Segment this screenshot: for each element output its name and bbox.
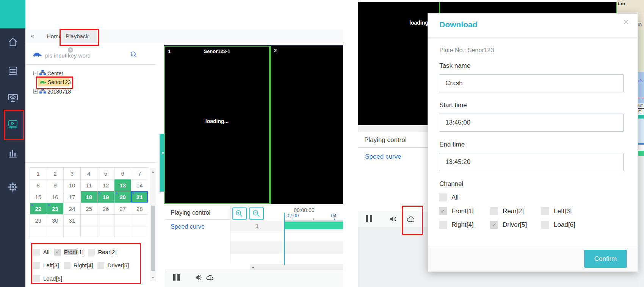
timeline-playhead[interactable] bbox=[284, 213, 285, 265]
checkbox[interactable] bbox=[97, 262, 104, 269]
calendar-day[interactable]: 22 bbox=[30, 203, 47, 215]
calendar-day[interactable]: 23 bbox=[47, 203, 64, 215]
close-icon[interactable]: ✕ bbox=[623, 17, 629, 27]
timeline-track[interactable] bbox=[284, 253, 343, 263]
calendar-day[interactable]: 8 bbox=[30, 179, 47, 191]
dialog-channel-checkbox-all[interactable]: All bbox=[439, 193, 490, 201]
checkbox[interactable]: ✓ bbox=[490, 221, 498, 229]
tab-playing-control[interactable]: Playing control bbox=[165, 206, 230, 220]
timeline-row[interactable]: 1 bbox=[230, 221, 343, 231]
tree-expander[interactable]: + bbox=[33, 89, 38, 94]
calendar-day[interactable]: 1 bbox=[30, 168, 47, 179]
scroll-down-icon[interactable]: ▼ bbox=[150, 276, 156, 279]
checkbox[interactable] bbox=[64, 262, 71, 269]
channel-checkbox-driver[interactable]: Driver[5] bbox=[97, 262, 129, 269]
timeline-row[interactable] bbox=[230, 231, 343, 242]
sidebar-item-live-view[interactable] bbox=[6, 91, 20, 105]
calendar-day[interactable]: 24 bbox=[64, 203, 81, 215]
video-panel-2[interactable]: 2 bbox=[270, 46, 343, 204]
sidebar-item-list[interactable] bbox=[6, 64, 20, 78]
calendar-day[interactable]: 4 bbox=[81, 168, 98, 179]
checkbox[interactable] bbox=[33, 275, 40, 282]
calendar-day[interactable]: 13 bbox=[114, 179, 132, 191]
calendar-day[interactable]: 6 bbox=[114, 168, 132, 179]
calendar-day[interactable]: 29 bbox=[30, 215, 47, 226]
tree-node-center[interactable]: Center bbox=[47, 70, 63, 76]
channel-checkbox-left[interactable]: Left[3] bbox=[33, 262, 59, 269]
checkbox[interactable] bbox=[33, 249, 40, 256]
calendar-day[interactable]: 26 bbox=[97, 203, 114, 215]
checkbox[interactable] bbox=[88, 249, 95, 256]
calendar-day[interactable]: 30 bbox=[47, 215, 64, 226]
calendar-day[interactable]: 17 bbox=[64, 191, 81, 203]
speed-curve-link[interactable]: Speed curve bbox=[365, 153, 401, 161]
checkbox[interactable] bbox=[439, 193, 447, 201]
channel-checkbox-rear[interactable]: Rear[2] bbox=[88, 249, 116, 256]
scrollbar-thumb[interactable] bbox=[151, 206, 155, 271]
scroll-up-icon[interactable]: ▲ bbox=[150, 170, 156, 173]
channel-checkbox-load[interactable]: Load[6] bbox=[33, 275, 62, 282]
checkbox[interactable] bbox=[490, 207, 498, 215]
tree-node-senor123-label[interactable]: Senor123 bbox=[48, 79, 71, 85]
checkbox[interactable] bbox=[541, 221, 549, 229]
checkbox[interactable]: ✓ bbox=[439, 207, 447, 215]
calendar-day[interactable]: 5 bbox=[97, 168, 114, 179]
timeline-zoom-in-button[interactable] bbox=[232, 207, 247, 220]
confirm-button[interactable]: Confirm bbox=[584, 250, 627, 268]
start-time-field[interactable] bbox=[439, 114, 624, 132]
timeline-zoom-out-button[interactable] bbox=[249, 207, 264, 220]
tree-node-20180718[interactable]: 20180718 bbox=[47, 89, 71, 95]
sidebar-item-stats[interactable] bbox=[6, 146, 20, 160]
pause-button[interactable] bbox=[366, 215, 372, 222]
calendar-day[interactable]: 16 bbox=[47, 191, 64, 203]
download-button[interactable] bbox=[206, 274, 215, 283]
calendar-day[interactable]: 25 bbox=[81, 203, 98, 215]
video-panel-1[interactable]: 1 Senor123-1 loading... bbox=[164, 46, 270, 204]
panel-scrollbar[interactable]: ▲ ▼ bbox=[150, 168, 156, 281]
download-button[interactable] bbox=[406, 215, 416, 225]
search-icon[interactable] bbox=[130, 51, 137, 58]
checkbox[interactable]: ✓ bbox=[54, 249, 61, 256]
speed-curve-link[interactable]: Speed curve bbox=[171, 223, 205, 230]
tab-playback[interactable]: Playback✕ bbox=[61, 30, 97, 43]
volume-button[interactable] bbox=[389, 215, 397, 225]
calendar-day[interactable]: 15 bbox=[30, 191, 47, 203]
checkbox[interactable] bbox=[439, 221, 447, 229]
timeline-track[interactable] bbox=[284, 231, 343, 242]
timeline-hscrollbar[interactable]: ◄ bbox=[250, 264, 343, 270]
calendar-day[interactable]: 10 bbox=[64, 179, 81, 191]
calendar-day[interactable]: 3 bbox=[64, 168, 81, 179]
calendar-day[interactable]: 9 bbox=[47, 179, 64, 191]
collapse-tabs-icon[interactable]: « bbox=[31, 32, 34, 40]
calendar-day[interactable]: 2 bbox=[47, 168, 64, 179]
calendar-day[interactable]: 21 bbox=[131, 191, 148, 203]
timeline-track[interactable] bbox=[284, 221, 343, 231]
scroll-left-icon[interactable]: ◄ bbox=[251, 265, 255, 269]
dialog-channel-checkbox-driver5[interactable]: ✓Driver[5] bbox=[490, 221, 541, 229]
dialog-channel-checkbox-rear2[interactable]: Rear[2] bbox=[490, 207, 541, 215]
dialog-channel-checkbox-front1[interactable]: ✓Front[1] bbox=[439, 207, 490, 215]
dialog-channel-checkbox-load6[interactable]: Load[6] bbox=[541, 221, 592, 229]
calendar-day[interactable]: 14 bbox=[131, 179, 148, 191]
sidebar-item-settings[interactable] bbox=[6, 180, 20, 194]
channel-checkbox-front[interactable]: ✓Front[1] bbox=[54, 249, 84, 256]
calendar-day[interactable]: 20 bbox=[114, 191, 132, 203]
calendar-day[interactable]: 12 bbox=[97, 179, 114, 191]
end-time-field[interactable] bbox=[439, 153, 624, 171]
channel-checkbox-right[interactable]: Right[4] bbox=[64, 262, 93, 269]
timeline-row[interactable] bbox=[230, 242, 343, 253]
tab-playing-control[interactable]: Playing control bbox=[364, 136, 407, 144]
checkbox[interactable] bbox=[33, 262, 40, 269]
tree-expander[interactable]: − bbox=[33, 71, 38, 75]
checkbox[interactable] bbox=[541, 207, 549, 215]
calendar-day[interactable]: 18 bbox=[81, 191, 98, 203]
sidebar-item-playback[interactable] bbox=[6, 117, 20, 132]
timeline-row[interactable] bbox=[230, 253, 343, 263]
timeline-grid[interactable]: 1 bbox=[230, 221, 343, 263]
volume-button[interactable] bbox=[194, 274, 202, 283]
calendar-day[interactable]: 7 bbox=[131, 168, 148, 179]
calendar-day[interactable]: 27 bbox=[114, 203, 132, 215]
calendar-day[interactable]: 11 bbox=[81, 179, 98, 191]
task-name-field[interactable] bbox=[439, 74, 624, 92]
dialog-channel-checkbox-right4[interactable]: Right[4] bbox=[439, 221, 490, 229]
